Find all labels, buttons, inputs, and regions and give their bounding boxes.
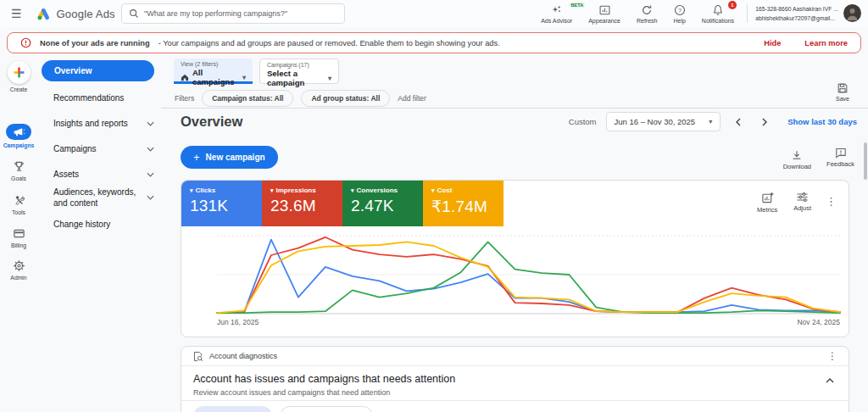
- create-plus-icon: [8, 61, 31, 84]
- save-icon: [837, 82, 849, 94]
- credit-card-icon: [13, 227, 25, 240]
- adjust-button[interactable]: Adjust: [793, 192, 811, 214]
- metrics-icon: [761, 192, 774, 204]
- chart-more-options-kebab[interactable]: ⋮: [826, 195, 837, 208]
- sidebar-item-change-history[interactable]: Change history: [53, 219, 154, 230]
- error-icon: [20, 37, 31, 48]
- scorecard-cost[interactable]: ▾Cost ₹1.74M: [423, 181, 504, 226]
- ad-group-status-filter-chip[interactable]: Ad group status: All: [301, 90, 390, 107]
- rail-item-admin[interactable]: Admin: [0, 259, 37, 281]
- filters-bar: Filters Campaign status: All Ad group st…: [175, 90, 426, 107]
- tools-icon: [13, 194, 25, 207]
- primary-nav-rail: Create Campaigns Goals Tools Billing Adm…: [0, 54, 37, 412]
- scorecard-impressions[interactable]: ▾Impressions 23.6M: [262, 181, 342, 226]
- rail-item-billing[interactable]: Billing: [0, 227, 37, 248]
- refresh-button[interactable]: Refresh: [637, 4, 658, 24]
- ads-advisor-button[interactable]: BETA Ads Advisor: [541, 4, 572, 24]
- scorecards: ▾Clicks 131K ▾Impressions 23.6M ▾Convers…: [181, 181, 504, 226]
- home-icon: [181, 74, 189, 81]
- filters-label: Filters: [175, 94, 194, 103]
- alert-message: - Your campaigns and ad groups are pause…: [159, 39, 500, 47]
- scorecard-impressions-value: 23.6M: [270, 197, 342, 215]
- scorecard-cost-value: ₹1.74M: [431, 197, 504, 216]
- sidebar-item-recommendations[interactable]: Recommendations: [53, 92, 154, 103]
- download-button[interactable]: Download: [783, 149, 811, 170]
- dropdown-caret-icon: ▾: [431, 187, 435, 194]
- topbar: ☰ Google Ads BETA Ads Advisor Appearance…: [0, 0, 868, 27]
- previous-period-button[interactable]: [730, 116, 747, 128]
- diagnostics-summary: Account has issues and campaigns that ne…: [181, 366, 849, 401]
- download-icon: [791, 149, 803, 161]
- sidebar-item-campaigns[interactable]: Campaigns: [53, 143, 154, 154]
- avatar[interactable]: [843, 4, 861, 22]
- megaphone-icon: [6, 124, 31, 140]
- help-button[interactable]: ? Help: [673, 4, 685, 24]
- rail-item-tools[interactable]: Tools: [0, 194, 37, 215]
- chevron-down-icon: [147, 195, 154, 200]
- diagnostics-kebab[interactable]: ⋮: [827, 350, 837, 362]
- page-title: Overview: [181, 114, 242, 130]
- custom-range-label: Custom: [569, 117, 597, 126]
- diagnostics-subtitle: Review account issues and campaigns that…: [193, 388, 837, 397]
- chevron-down-icon: [147, 172, 154, 177]
- scorecard-clicks[interactable]: ▾Clicks 131K: [181, 181, 262, 226]
- refresh-icon: [641, 4, 653, 16]
- sidebar-item-overview[interactable]: Overview: [42, 60, 154, 81]
- secondary-nav: Overview Recommendations Insights and re…: [37, 54, 161, 412]
- campaign-status-filter-chip[interactable]: Campaign status: All: [202, 90, 293, 107]
- campaign-selector[interactable]: Campaigns (17) Select a campaign ▾: [259, 58, 339, 84]
- diagnostics-chip-selected[interactable]: [193, 406, 272, 412]
- diagnostics-chip[interactable]: [280, 406, 373, 412]
- new-campaign-button[interactable]: + New campaign: [181, 146, 278, 169]
- date-range-dropdown[interactable]: Jun 16 – Nov 30, 2025 ▾: [606, 112, 721, 131]
- help-icon: ?: [674, 4, 686, 16]
- notifications-button[interactable]: 1 Notifications: [702, 4, 734, 24]
- dropdown-caret-icon: ▾: [709, 118, 712, 125]
- rail-item-campaigns[interactable]: Campaigns: [0, 124, 37, 148]
- diagnostics-header: Account diagnostics ⋮: [181, 347, 849, 366]
- dropdown-caret-icon: ▾: [242, 74, 246, 81]
- sidebar-item-assets[interactable]: Assets: [53, 169, 154, 180]
- global-search[interactable]: [121, 3, 345, 24]
- show-last-30-days-link[interactable]: Show last 30 days: [787, 117, 857, 126]
- svg-text:?: ?: [678, 6, 682, 14]
- account-switcher[interactable]: 165-328-8660 Aashakiran IVF ... abhishek…: [747, 4, 838, 23]
- sidebar-item-insights-and-reports[interactable]: Insights and reports: [53, 118, 154, 129]
- sidebar-item-audiences-keywords-content[interactable]: Audiences, keywords, and content: [53, 187, 154, 209]
- hide-alert-button[interactable]: Hide: [764, 39, 781, 47]
- diagnostics-icon: [192, 351, 203, 362]
- save-view-button[interactable]: Save: [836, 82, 849, 102]
- add-filter-button[interactable]: Add filter: [398, 94, 426, 103]
- view-selector[interactable]: View (2 filters) All campaigns ▾: [174, 58, 253, 84]
- search-input[interactable]: [144, 9, 337, 18]
- appearance-icon: [598, 4, 611, 16]
- divider: [161, 108, 868, 109]
- vertical-scrollbar[interactable]: [864, 142, 867, 180]
- metrics-button[interactable]: Metrics: [757, 192, 777, 214]
- learn-more-link[interactable]: Learn more: [804, 39, 848, 47]
- scorecard-conversions[interactable]: ▾Conversions 2.47K: [342, 181, 423, 226]
- hamburger-menu-icon[interactable]: ☰: [11, 7, 22, 20]
- chart-toolbar: Metrics Adjust: [757, 192, 811, 214]
- google-ads-logo-icon: [35, 7, 51, 21]
- rail-item-create[interactable]: Create: [0, 61, 37, 92]
- account-id: 165-328-8660 Aashakiran IVF ...: [755, 4, 838, 14]
- svg-text:Jun 16, 2025: Jun 16, 2025: [217, 318, 259, 326]
- rail-item-goals[interactable]: Goals: [0, 160, 37, 181]
- search-icon: [129, 8, 139, 19]
- overview-chart-card: ▾Clicks 131K ▾Impressions 23.6M ▾Convers…: [181, 180, 849, 337]
- next-period-button[interactable]: [756, 116, 773, 128]
- gear-icon: [13, 259, 25, 272]
- brand-title: Google Ads: [57, 8, 115, 20]
- dropdown-caret-icon: ▾: [190, 187, 193, 194]
- dropdown-caret-icon: ▾: [328, 75, 331, 82]
- feedback-button[interactable]: Feedback: [826, 148, 854, 168]
- sparkle-icon: [550, 4, 563, 16]
- account-diagnostics-card: Account diagnostics ⋮ Account has issues…: [181, 346, 849, 412]
- collapse-chevron-up-icon[interactable]: [826, 378, 834, 383]
- ads-not-running-alert: None of your ads are running - Your camp…: [7, 32, 861, 53]
- appearance-button[interactable]: Appearance: [588, 4, 620, 24]
- date-range-bar: Custom Jun 16 – Nov 30, 2025 ▾ Show last…: [569, 112, 857, 131]
- sliders-icon: [796, 192, 809, 203]
- alert-title: None of your ads are running: [40, 39, 150, 47]
